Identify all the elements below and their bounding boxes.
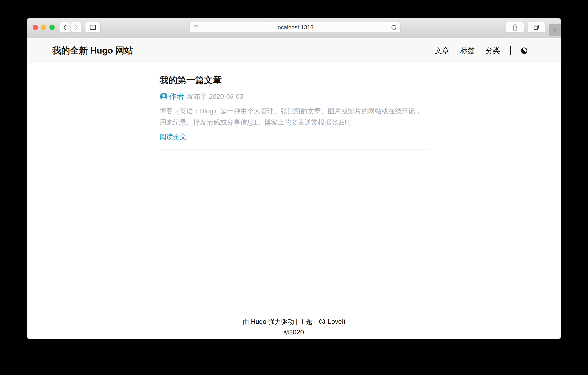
nav-item-categories[interactable]: 分类 xyxy=(486,46,500,56)
share-icon xyxy=(512,24,518,31)
kiss-wink-heart-icon xyxy=(318,318,326,325)
minimize-window-button[interactable] xyxy=(41,25,46,30)
footer-powered-text: 由 Hugo 强力驱动 | 主题 - xyxy=(243,317,316,326)
share-button[interactable] xyxy=(506,22,524,33)
post-meta: 作者 发布于 2020-03-03 xyxy=(160,91,428,102)
read-more-link[interactable]: 阅读全文 xyxy=(160,132,187,141)
user-circle-icon xyxy=(160,92,168,101)
browser-window: localhost:1313 xyxy=(27,18,561,339)
post-title[interactable]: 我的第一篇文章 xyxy=(160,74,428,86)
footer-powered-line: 由 Hugo 强力驱动 | 主题 - LoveIt xyxy=(27,317,561,326)
browser-toolbar: localhost:1313 xyxy=(27,18,561,38)
forward-button[interactable] xyxy=(71,22,81,33)
address-bar[interactable]: localhost:1313 xyxy=(189,22,400,33)
chevron-right-icon xyxy=(73,24,79,31)
nav-item-posts[interactable]: 文章 xyxy=(435,46,449,56)
sidebar-toggle-button[interactable] xyxy=(85,22,101,33)
post-date: 发布于 2020-03-03 xyxy=(187,92,243,101)
site-header: 我的全新 Hugo 网站 文章 标签 分类 xyxy=(27,38,561,63)
adjust-icon xyxy=(520,47,528,54)
theme-toggle-button[interactable] xyxy=(520,47,528,54)
reload-icon[interactable] xyxy=(391,24,397,31)
site-footer: 由 Hugo 强力驱动 | 主题 - LoveIt ©2020 xyxy=(27,317,561,339)
url-text[interactable]: localhost:1313 xyxy=(199,24,391,31)
page-main: 我的第一篇文章 xyxy=(27,63,561,339)
post-list: 我的第一篇文章 xyxy=(160,74,428,150)
sidebar-icon xyxy=(89,24,97,31)
back-button[interactable] xyxy=(60,22,70,33)
site-title[interactable]: 我的全新 Hugo 网站 xyxy=(52,45,133,57)
tabs-icon xyxy=(533,24,540,31)
maximize-window-button[interactable] xyxy=(49,25,55,30)
post-summary-card: 我的第一篇文章 xyxy=(160,74,428,150)
nav-item-tags[interactable]: 标签 xyxy=(460,46,475,56)
footer-theme-link[interactable]: LoveIt xyxy=(328,318,346,326)
site-nav: 文章 标签 分类 xyxy=(424,46,528,56)
nav-separator xyxy=(510,46,511,55)
plus-icon xyxy=(551,26,558,34)
chevron-left-icon xyxy=(62,24,68,31)
tab-overview-button[interactable] xyxy=(527,22,545,33)
new-tab-button[interactable] xyxy=(549,24,561,36)
post-divider xyxy=(160,149,428,150)
reader-icon[interactable] xyxy=(193,24,199,31)
post-summary-text: 博客（英语：Blog）是一种由个人管理、张贴新的文章、图片或影片的网站或在线日记… xyxy=(160,105,428,128)
author-name[interactable]: 作者 xyxy=(169,91,184,102)
close-window-button[interactable] xyxy=(33,25,38,30)
footer-copyright: ©2020 xyxy=(27,328,561,336)
author-link[interactable]: 作者 xyxy=(160,91,184,102)
